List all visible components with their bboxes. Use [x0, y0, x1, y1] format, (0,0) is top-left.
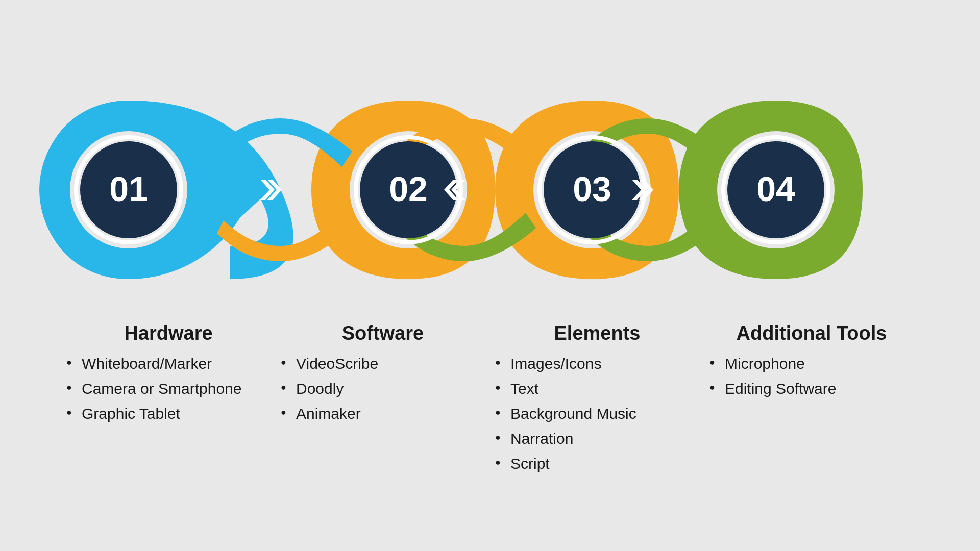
step4-number: 04 — [756, 169, 795, 208]
list-item: Animaker — [281, 404, 485, 423]
list-item: Editing Software — [709, 379, 914, 398]
elements-section: Elements Images/Icons Text Background Mu… — [495, 322, 699, 479]
list-item: Text — [495, 379, 699, 398]
hardware-title: Hardware — [66, 322, 271, 344]
chain-svg: 01 02 03 04 — [36, 72, 944, 307]
content-row: Hardware Whiteboard/Marker Camera or Sma… — [31, 307, 949, 479]
additional-tools-list: Microphone Editing Software — [709, 354, 914, 404]
list-item: Microphone — [709, 354, 914, 373]
elements-list: Images/Icons Text Background Music Narra… — [495, 354, 699, 479]
list-item: Script — [495, 454, 699, 473]
list-item: Graphic Tablet — [66, 404, 271, 423]
step3-number: 03 — [573, 169, 611, 208]
additional-tools-title: Additional Tools — [709, 322, 914, 344]
step2-number: 02 — [389, 169, 428, 208]
list-item: Background Music — [495, 404, 699, 423]
list-item: Narration — [495, 429, 699, 448]
list-item: VideoScribe — [281, 354, 485, 373]
elements-title: Elements — [495, 322, 699, 344]
list-item: Camera or Smartphone — [66, 379, 271, 398]
hardware-section: Hardware Whiteboard/Marker Camera or Sma… — [66, 322, 271, 479]
hardware-list: Whiteboard/Marker Camera or Smartphone G… — [66, 354, 271, 429]
software-title: Software — [281, 322, 485, 344]
additional-tools-section: Additional Tools Microphone Editing Soft… — [709, 322, 914, 479]
main-container: 01 02 03 04 — [31, 72, 949, 479]
chain-container: 01 02 03 04 — [36, 72, 944, 307]
list-item: Doodly — [281, 379, 485, 398]
step1-number: 01 — [109, 169, 148, 208]
list-item: Images/Icons — [495, 354, 699, 373]
software-list: VideoScribe Doodly Animaker — [281, 354, 485, 429]
software-section: Software VideoScribe Doodly Animaker — [281, 322, 485, 479]
list-item: Whiteboard/Marker — [66, 354, 271, 373]
